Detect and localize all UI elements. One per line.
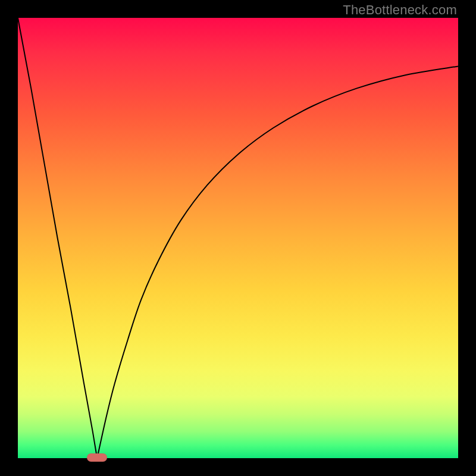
optimum-marker	[87, 453, 107, 462]
curve-right-branch	[97, 66, 458, 458]
bottleneck-curve	[18, 18, 458, 458]
watermark-text: TheBottleneck.com	[343, 2, 457, 18]
chart-frame: TheBottleneck.com	[0, 0, 476, 476]
plot-area	[18, 18, 458, 458]
curve-left-branch	[18, 18, 97, 458]
